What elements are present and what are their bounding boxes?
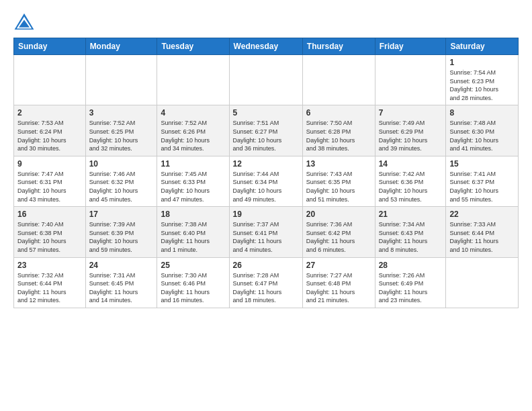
day-info: Sunrise: 7:52 AM Sunset: 6:25 PM Dayligh… — [89, 119, 154, 152]
day-number: 18 — [161, 210, 225, 219]
day-info: Sunrise: 7:44 AM Sunset: 6:34 PM Dayligh… — [233, 170, 299, 203]
calendar-week-row: 2Sunrise: 7:53 AM Sunset: 6:24 PM Daylig… — [14, 105, 519, 156]
day-info: Sunrise: 7:32 AM Sunset: 6:44 PM Dayligh… — [17, 271, 82, 305]
day-number: 13 — [306, 159, 371, 169]
day-info: Sunrise: 7:51 AM Sunset: 6:27 PM Dayligh… — [233, 119, 299, 152]
day-number: 21 — [379, 210, 443, 219]
calendar-week-row: 16Sunrise: 7:40 AM Sunset: 6:38 PM Dayli… — [14, 207, 519, 257]
calendar-cell — [446, 257, 519, 308]
calendar-cell: 8Sunrise: 7:48 AM Sunset: 6:30 PM Daylig… — [446, 105, 519, 156]
day-info: Sunrise: 7:54 AM Sunset: 6:23 PM Dayligh… — [449, 68, 515, 102]
calendar-week-row: 23Sunrise: 7:32 AM Sunset: 6:44 PM Dayli… — [14, 257, 519, 308]
day-info: Sunrise: 7:39 AM Sunset: 6:39 PM Dayligh… — [89, 220, 154, 254]
day-number: 6 — [306, 108, 371, 118]
weekday-header-row: SundayMondayTuesdayWednesdayThursdayFrid… — [14, 38, 519, 55]
calendar-week-row: 9Sunrise: 7:47 AM Sunset: 6:31 PM Daylig… — [14, 156, 519, 206]
day-info: Sunrise: 7:31 AM Sunset: 6:45 PM Dayligh… — [89, 271, 154, 305]
calendar: SundayMondayTuesdayWednesdayThursdayFrid… — [13, 38, 519, 308]
day-info: Sunrise: 7:46 AM Sunset: 6:32 PM Dayligh… — [89, 170, 154, 203]
calendar-cell: 25Sunrise: 7:30 AM Sunset: 6:46 PM Dayli… — [157, 257, 229, 308]
day-info: Sunrise: 7:48 AM Sunset: 6:30 PM Dayligh… — [449, 119, 515, 152]
calendar-cell: 27Sunrise: 7:27 AM Sunset: 6:48 PM Dayli… — [302, 257, 375, 308]
weekday-header-tuesday: Tuesday — [157, 38, 229, 55]
day-info: Sunrise: 7:45 AM Sunset: 6:33 PM Dayligh… — [161, 170, 225, 203]
day-number: 3 — [89, 108, 154, 118]
day-info: Sunrise: 7:28 AM Sunset: 6:47 PM Dayligh… — [233, 271, 299, 305]
day-number: 7 — [379, 108, 443, 118]
calendar-cell: 1Sunrise: 7:54 AM Sunset: 6:23 PM Daylig… — [446, 55, 519, 105]
day-number: 26 — [233, 261, 299, 270]
weekday-header-saturday: Saturday — [446, 38, 519, 55]
calendar-cell: 3Sunrise: 7:52 AM Sunset: 6:25 PM Daylig… — [85, 105, 157, 156]
calendar-cell — [14, 55, 86, 105]
calendar-cell — [157, 55, 229, 105]
calendar-week-row: 1Sunrise: 7:54 AM Sunset: 6:23 PM Daylig… — [14, 55, 519, 105]
day-info: Sunrise: 7:37 AM Sunset: 6:41 PM Dayligh… — [233, 220, 299, 254]
header — [13, 12, 519, 31]
logo — [13, 12, 38, 31]
calendar-cell: 22Sunrise: 7:33 AM Sunset: 6:44 PM Dayli… — [446, 207, 519, 257]
calendar-cell: 21Sunrise: 7:34 AM Sunset: 6:43 PM Dayli… — [375, 207, 446, 257]
day-number: 28 — [379, 261, 443, 270]
day-number: 25 — [161, 261, 225, 270]
calendar-cell: 12Sunrise: 7:44 AM Sunset: 6:34 PM Dayli… — [229, 156, 302, 206]
calendar-cell: 24Sunrise: 7:31 AM Sunset: 6:45 PM Dayli… — [85, 257, 157, 308]
calendar-cell: 10Sunrise: 7:46 AM Sunset: 6:32 PM Dayli… — [85, 156, 157, 206]
day-info: Sunrise: 7:41 AM Sunset: 6:37 PM Dayligh… — [449, 170, 515, 203]
day-info: Sunrise: 7:34 AM Sunset: 6:43 PM Dayligh… — [379, 220, 443, 254]
day-info: Sunrise: 7:47 AM Sunset: 6:31 PM Dayligh… — [17, 170, 82, 203]
calendar-cell: 17Sunrise: 7:39 AM Sunset: 6:39 PM Dayli… — [85, 207, 157, 257]
day-info: Sunrise: 7:43 AM Sunset: 6:35 PM Dayligh… — [306, 170, 371, 203]
day-number: 16 — [17, 210, 82, 219]
day-info: Sunrise: 7:50 AM Sunset: 6:28 PM Dayligh… — [306, 119, 371, 152]
calendar-cell — [229, 55, 302, 105]
day-info: Sunrise: 7:30 AM Sunset: 6:46 PM Dayligh… — [161, 271, 225, 305]
day-info: Sunrise: 7:53 AM Sunset: 6:24 PM Dayligh… — [17, 119, 82, 152]
day-number: 23 — [17, 261, 82, 270]
day-number: 8 — [449, 108, 515, 118]
day-number: 19 — [233, 210, 299, 219]
calendar-cell — [375, 55, 446, 105]
day-info: Sunrise: 7:33 AM Sunset: 6:44 PM Dayligh… — [449, 220, 515, 254]
day-number: 24 — [89, 261, 154, 270]
page: SundayMondayTuesdayWednesdayThursdayFrid… — [0, 0, 532, 411]
calendar-cell: 4Sunrise: 7:52 AM Sunset: 6:26 PM Daylig… — [157, 105, 229, 156]
weekday-header-monday: Monday — [85, 38, 157, 55]
weekday-header-friday: Friday — [375, 38, 446, 55]
day-number: 10 — [89, 159, 154, 169]
calendar-cell: 13Sunrise: 7:43 AM Sunset: 6:35 PM Dayli… — [302, 156, 375, 206]
day-number: 2 — [17, 108, 82, 118]
day-info: Sunrise: 7:42 AM Sunset: 6:36 PM Dayligh… — [379, 170, 443, 203]
calendar-cell: 14Sunrise: 7:42 AM Sunset: 6:36 PM Dayli… — [375, 156, 446, 206]
calendar-cell: 19Sunrise: 7:37 AM Sunset: 6:41 PM Dayli… — [229, 207, 302, 257]
day-number: 9 — [17, 159, 82, 169]
calendar-cell — [85, 55, 157, 105]
day-number: 17 — [89, 210, 154, 219]
calendar-cell: 16Sunrise: 7:40 AM Sunset: 6:38 PM Dayli… — [14, 207, 86, 257]
day-number: 15 — [449, 159, 515, 169]
day-number: 14 — [379, 159, 443, 169]
calendar-cell: 20Sunrise: 7:36 AM Sunset: 6:42 PM Dayli… — [302, 207, 375, 257]
logo-icon — [13, 12, 35, 31]
day-number: 1 — [449, 58, 515, 67]
calendar-cell: 6Sunrise: 7:50 AM Sunset: 6:28 PM Daylig… — [302, 105, 375, 156]
day-number: 11 — [161, 159, 225, 169]
calendar-cell: 11Sunrise: 7:45 AM Sunset: 6:33 PM Dayli… — [157, 156, 229, 206]
day-info: Sunrise: 7:26 AM Sunset: 6:49 PM Dayligh… — [379, 271, 443, 305]
day-info: Sunrise: 7:40 AM Sunset: 6:38 PM Dayligh… — [17, 220, 82, 254]
weekday-header-sunday: Sunday — [14, 38, 86, 55]
calendar-cell: 15Sunrise: 7:41 AM Sunset: 6:37 PM Dayli… — [446, 156, 519, 206]
calendar-cell — [302, 55, 375, 105]
calendar-cell: 5Sunrise: 7:51 AM Sunset: 6:27 PM Daylig… — [229, 105, 302, 156]
day-number: 5 — [233, 108, 299, 118]
day-info: Sunrise: 7:38 AM Sunset: 6:40 PM Dayligh… — [161, 220, 225, 254]
day-number: 4 — [161, 108, 225, 118]
calendar-cell: 26Sunrise: 7:28 AM Sunset: 6:47 PM Dayli… — [229, 257, 302, 308]
day-info: Sunrise: 7:49 AM Sunset: 6:29 PM Dayligh… — [379, 119, 443, 152]
weekday-header-thursday: Thursday — [302, 38, 375, 55]
calendar-cell: 18Sunrise: 7:38 AM Sunset: 6:40 PM Dayli… — [157, 207, 229, 257]
day-number: 27 — [306, 261, 371, 270]
day-number: 20 — [306, 210, 371, 219]
day-info: Sunrise: 7:52 AM Sunset: 6:26 PM Dayligh… — [161, 119, 225, 152]
calendar-cell: 28Sunrise: 7:26 AM Sunset: 6:49 PM Dayli… — [375, 257, 446, 308]
